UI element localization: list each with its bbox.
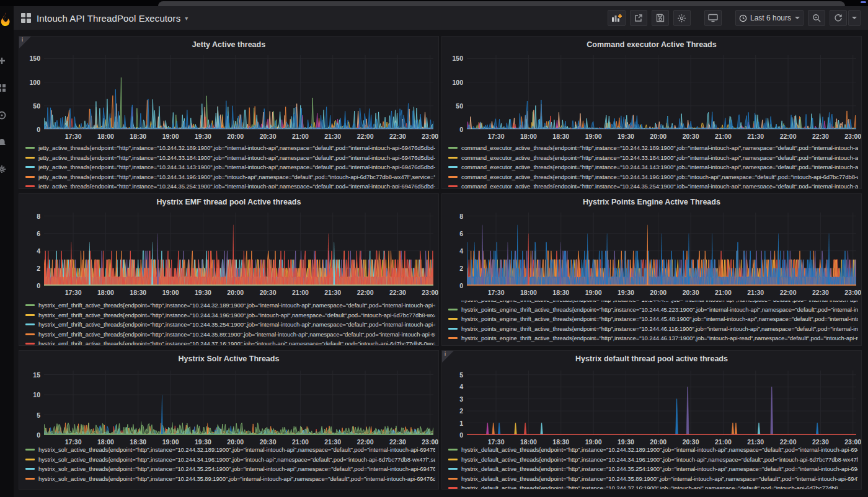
- legend-series-text: command_executor_active_threads{endpoint…: [461, 164, 858, 170]
- legend-series-text: hystrix_emf_thrift_active_threads{endpoi…: [38, 321, 435, 328]
- y-axis-label: 8: [443, 213, 463, 220]
- legend-series-color: [448, 166, 458, 168]
- x-axis-label: 22:00: [774, 133, 802, 140]
- legend-item[interactable]: hystrix_solr_active_threads{endpoint="ht…: [25, 474, 435, 484]
- time-range-picker[interactable]: Last 6 hours: [735, 10, 804, 26]
- panel-legend: hystrix_solr_active_threads{endpoint="ht…: [25, 445, 435, 490]
- legend-item[interactable]: hystrix_default_active_threads{endpoint=…: [448, 474, 858, 484]
- legend-series-text: hystrix_solr_active_threads{endpoint="ht…: [38, 446, 435, 453]
- plus-icon[interactable]: [0, 56, 7, 66]
- x-axis-label: 19:30: [612, 289, 639, 296]
- sidebar: [0, 6, 14, 497]
- x-axis-label: 23:00: [839, 289, 862, 296]
- settings-gear-button[interactable]: [673, 10, 691, 26]
- x-axis-label: 21:00: [286, 133, 314, 140]
- legend-series-text: hystrix_default_active_threads{endpoint=…: [461, 465, 858, 472]
- x-axis-label: 21:30: [742, 289, 769, 296]
- legend-series-text: hystrix_emf_thrift_active_threads{endpoi…: [38, 340, 435, 346]
- legend-series-color: [25, 166, 35, 168]
- panel-info-corner-icon[interactable]: i: [19, 37, 31, 48]
- legend-series-color: [25, 157, 35, 159]
- legend-item[interactable]: jetty_active_threads{endpoint="http",ins…: [25, 182, 435, 189]
- panel-title[interactable]: Hystrix EMF thread pool Active threads: [38, 198, 420, 206]
- legend-item[interactable]: jetty_active_threads{endpoint="http",ins…: [25, 162, 435, 172]
- legend-item[interactable]: hystrix_default_active_threads{endpoint=…: [448, 445, 858, 455]
- legend-item[interactable]: hystrix_solr_active_threads{endpoint="ht…: [25, 464, 435, 474]
- y-axis-label: 0: [443, 126, 463, 133]
- chart-jetty-active-threads: [44, 55, 433, 130]
- legend-item[interactable]: command_executor_active_threads{endpoint…: [448, 182, 858, 189]
- legend-item[interactable]: hystrix_emf_thrift_active_threads{endpoi…: [25, 310, 435, 320]
- y-axis-label: 5: [443, 371, 463, 379]
- panel-title[interactable]: Hystrix default thread pool active threa…: [461, 354, 843, 363]
- x-axis-label: 20:00: [645, 133, 672, 140]
- alerting-icon[interactable]: [0, 138, 7, 147]
- share-button[interactable]: [630, 10, 647, 26]
- y-axis-label: 5: [20, 411, 40, 419]
- legend-item[interactable]: jetty_active_threads{endpoint="http",ins…: [25, 143, 435, 153]
- grafana-logo-icon[interactable]: [0, 11, 11, 31]
- dashboards-icon[interactable]: [0, 83, 7, 93]
- kiosk-mode-button[interactable]: [704, 10, 722, 26]
- panel-title[interactable]: Hystrix Points Engine Active Threads: [461, 198, 843, 206]
- x-axis-label: 22:30: [384, 289, 411, 296]
- legend-series-text: hystrix_points_engine_thrift_active_thre…: [461, 301, 858, 303]
- legend-item[interactable]: hystrix_points_engine_thrift_active_thre…: [448, 333, 858, 343]
- dashboard-title[interactable]: Intouch API ThreadPool Executors: [37, 13, 180, 24]
- browser-tab[interactable]: [158, 1, 845, 6]
- panel-jetty-active-threads: iJetty Active threads05010015017:3018:00…: [19, 36, 439, 189]
- y-axis-label: 0: [20, 126, 40, 133]
- chart-hystrix-solr-active-threads: [44, 371, 433, 435]
- legend-item[interactable]: hystrix_default_active_threads{endpoint=…: [448, 464, 858, 474]
- legend-item[interactable]: hystrix_points_engine_thrift_active_thre…: [448, 314, 858, 324]
- panel-title[interactable]: Hystrix Solr Active Threads: [38, 354, 420, 363]
- panel-legend: hystrix_emf_thrift_active_threads{endpoi…: [25, 301, 435, 346]
- legend-item[interactable]: hystrix_emf_thrift_active_threads{endpoi…: [25, 301, 435, 310]
- refresh-interval-dropdown[interactable]: [848, 10, 861, 26]
- x-axis-label: 22:00: [352, 289, 379, 296]
- x-axis-label: 20:30: [677, 289, 704, 296]
- legend-item[interactable]: hystrix_points_engine_thrift_active_thre…: [448, 305, 858, 315]
- legend-item[interactable]: command_executor_active_threads{endpoint…: [448, 172, 858, 182]
- legend-item[interactable]: hystrix_emf_thrift_active_threads{endpoi…: [25, 330, 435, 340]
- x-axis-label: 23:00: [417, 133, 439, 140]
- legend-item[interactable]: hystrix_default_active_threads{endpoint=…: [448, 455, 858, 465]
- x-axis-label: 19:00: [580, 289, 607, 296]
- x-axis-label: 19:00: [157, 289, 184, 296]
- legend-series-color: [448, 459, 458, 460]
- explore-icon[interactable]: [0, 110, 7, 120]
- x-axis-label: 18:30: [125, 133, 152, 140]
- panel-info-corner-icon[interactable]: i: [442, 351, 454, 363]
- x-axis-label: 18:00: [515, 133, 542, 140]
- legend-item[interactable]: jetty_active_threads{endpoint="http",ins…: [25, 172, 435, 182]
- dashboard-apps-icon[interactable]: [21, 13, 31, 23]
- legend-item[interactable]: command_executor_active_threads{endpoint…: [448, 153, 858, 163]
- legend-item[interactable]: command_executor_active_threads{endpoint…: [448, 143, 858, 153]
- legend-item[interactable]: hystrix_emf_thrift_active_threads{endpoi…: [25, 339, 435, 346]
- configuration-icon[interactable]: [0, 164, 7, 174]
- refresh-button[interactable]: [830, 10, 847, 26]
- legend-series-text: hystrix_default_active_threads{endpoint=…: [461, 456, 858, 463]
- legend-series-text: command_executor_active_threads{endpoint…: [461, 154, 858, 161]
- time-range-label: Last 6 hours: [750, 14, 791, 22]
- x-axis-label: 21:00: [709, 289, 737, 296]
- legend-series-text: hystrix_default_active_threads{endpoint=…: [461, 446, 858, 453]
- legend-series-text: command_executor_active_threads{endpoint…: [461, 144, 858, 151]
- legend-item[interactable]: hystrix_emf_thrift_active_threads{endpoi…: [25, 320, 435, 330]
- legend-series-color: [25, 343, 35, 345]
- legend-item[interactable]: command_executor_active_threads{endpoint…: [448, 162, 858, 172]
- panel-title[interactable]: Command executor Active Threads: [461, 40, 843, 49]
- panel-legend: jetty_active_threads{endpoint="http",ins…: [25, 143, 435, 189]
- dashboard-title-caret-icon[interactable]: ▾: [185, 15, 188, 22]
- legend-item[interactable]: hystrix_solr_active_threads{endpoint="ht…: [25, 455, 435, 465]
- legend-item[interactable]: hystrix_default_active_threads{endpoint=…: [448, 483, 858, 490]
- panel-title[interactable]: Jetty Active threads: [38, 40, 420, 49]
- zoom-out-button[interactable]: [808, 10, 825, 26]
- legend-series-color: [448, 309, 458, 310]
- legend-item[interactable]: hystrix_solr_active_threads{endpoint="ht…: [25, 445, 435, 455]
- y-axis-label: 50: [20, 102, 40, 110]
- legend-item[interactable]: hystrix_points_engine_thrift_active_thre…: [448, 324, 858, 334]
- add-panel-button[interactable]: [608, 10, 626, 26]
- legend-item[interactable]: jetty_active_threads{endpoint="http",ins…: [25, 153, 435, 163]
- save-button[interactable]: [652, 10, 669, 26]
